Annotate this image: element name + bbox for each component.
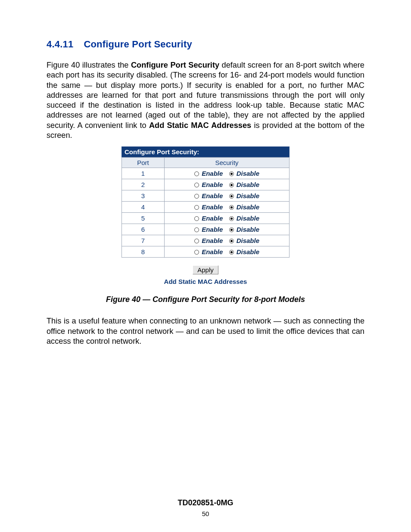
radio-disable[interactable] <box>229 194 234 199</box>
section-heading: 4.4.11Configure Port Security <box>47 39 364 50</box>
radio-disable[interactable] <box>229 227 234 232</box>
port-cell: 8 <box>122 246 165 258</box>
intro-paragraph: Figure 40 illustrates the Configure Port… <box>47 60 364 140</box>
radio-enable[interactable] <box>194 205 199 210</box>
port-cell: 2 <box>122 179 165 190</box>
radio-enable-label: Enable <box>200 192 225 199</box>
port-security-table: Port Security 1 Enable Disable2 Enable D… <box>121 157 290 258</box>
radio-enable-label: Enable <box>200 226 225 233</box>
radio-enable-label: Enable <box>200 170 225 177</box>
radio-enable[interactable] <box>194 183 199 187</box>
radio-enable-label: Enable <box>200 215 225 222</box>
table-row: 2 Enable Disable <box>122 179 290 190</box>
radio-disable[interactable] <box>229 239 234 243</box>
port-cell: 6 <box>122 224 165 235</box>
table-row: 3 Enable Disable <box>122 190 290 202</box>
radio-enable-label: Enable <box>200 181 225 188</box>
section-title: Configure Port Security <box>84 39 192 50</box>
radio-disable-label: Disable <box>235 203 260 211</box>
radio-disable[interactable] <box>229 216 234 221</box>
security-cell: Enable Disable <box>165 190 290 202</box>
apply-button[interactable]: Apply <box>193 265 218 274</box>
table-row: 5 Enable Disable <box>122 213 290 224</box>
page-container: 4.4.11Configure Port Security Figure 40 … <box>0 0 411 532</box>
radio-disable[interactable] <box>229 205 234 210</box>
security-cell: Enable Disable <box>165 224 290 235</box>
second-paragraph: This is a useful feature when connecting… <box>47 316 364 346</box>
radio-enable[interactable] <box>194 194 199 199</box>
radio-disable-label: Disable <box>235 248 260 255</box>
radio-enable[interactable] <box>194 250 199 255</box>
figure-panel: Configure Port Security: Port Security 1… <box>121 146 290 286</box>
radio-disable-label: Disable <box>235 237 260 244</box>
radio-enable-label: Enable <box>200 248 225 255</box>
radio-enable[interactable] <box>194 227 199 232</box>
radio-disable[interactable] <box>229 171 234 176</box>
radio-disable-label: Disable <box>235 226 260 233</box>
col-header-security: Security <box>165 158 290 168</box>
section-number: 4.4.11 <box>47 39 73 50</box>
radio-disable-label: Disable <box>235 192 260 199</box>
radio-enable-label: Enable <box>200 237 225 244</box>
radio-enable[interactable] <box>194 216 199 221</box>
table-row: 4 Enable Disable <box>122 202 290 213</box>
table-row: 6 Enable Disable <box>122 224 290 235</box>
figure-caption: Figure 40 — Configure Port Security for … <box>47 295 364 304</box>
security-cell: Enable Disable <box>165 235 290 246</box>
radio-disable-label: Disable <box>235 215 260 222</box>
radio-disable-label: Disable <box>235 170 260 177</box>
port-cell: 3 <box>122 190 165 202</box>
port-cell: 5 <box>122 213 165 224</box>
page-footer: TD020851-0MG 50 <box>0 498 411 517</box>
radio-enable[interactable] <box>194 239 199 243</box>
port-cell: 4 <box>122 202 165 213</box>
radio-disable[interactable] <box>229 183 234 187</box>
table-row: 1 Enable Disable <box>122 168 290 179</box>
port-cell: 7 <box>122 235 165 246</box>
document-id: TD020851-0MG <box>0 498 411 507</box>
col-header-port: Port <box>122 158 165 168</box>
security-cell: Enable Disable <box>165 179 290 190</box>
security-cell: Enable Disable <box>165 246 290 258</box>
page-number: 50 <box>0 510 411 517</box>
security-cell: Enable Disable <box>165 202 290 213</box>
radio-disable-label: Disable <box>235 181 260 188</box>
security-cell: Enable Disable <box>165 168 290 179</box>
radio-disable[interactable] <box>229 250 234 255</box>
add-static-mac-link[interactable]: Add Static MAC Addresses <box>164 278 247 285</box>
security-cell: Enable Disable <box>165 213 290 224</box>
port-cell: 1 <box>122 168 165 179</box>
panel-title: Configure Port Security: <box>121 146 290 157</box>
radio-enable[interactable] <box>194 171 199 176</box>
table-row: 7 Enable Disable <box>122 235 290 246</box>
table-row: 8 Enable Disable <box>122 246 290 258</box>
radio-enable-label: Enable <box>200 203 225 211</box>
